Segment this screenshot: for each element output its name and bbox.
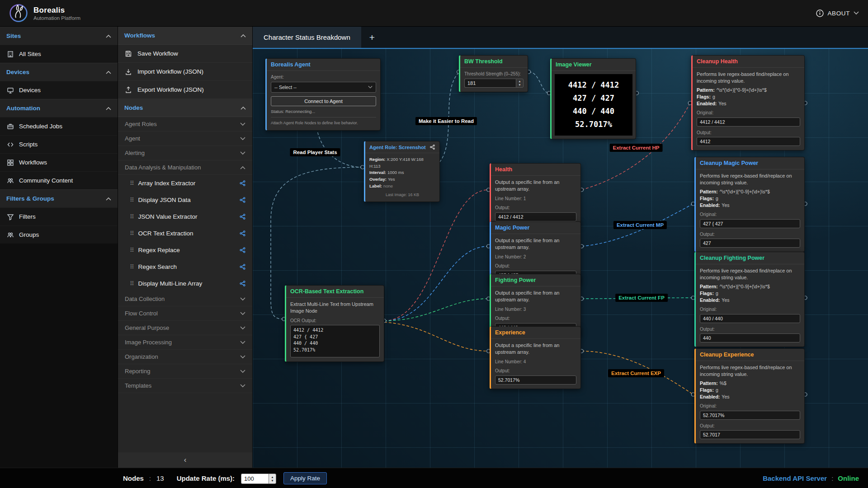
palette-node-regex-search[interactable]: ⠿ Regex Search — [118, 258, 252, 275]
chevron-up-icon — [106, 70, 111, 74]
export-workflow-button[interactable]: Export Workflow (JSON) — [118, 81, 252, 99]
save-workflow-button[interactable]: Save Workflow — [118, 45, 252, 63]
section-label: Sites — [6, 33, 21, 39]
drag-handle-icon[interactable]: ⠿ — [130, 247, 134, 253]
drag-handle-icon[interactable]: ⠿ — [130, 180, 134, 187]
apply-rate-button[interactable]: Apply Rate — [283, 472, 327, 484]
node-graph-icon[interactable] — [239, 213, 246, 220]
collapse-icon: ‹ — [184, 455, 187, 465]
output-input[interactable] — [495, 375, 576, 385]
sidebar-section-automation[interactable]: Automation — [0, 99, 118, 117]
node-experience[interactable]: Experience Output a specific line from a… — [490, 326, 581, 389]
palette-node-label: Regex Search — [138, 263, 177, 270]
sidebar-item-all-sites[interactable]: All Sites — [0, 45, 118, 63]
node-description: Performs live regex-based find/replace o… — [700, 173, 800, 186]
palette-node-array-index-extractor[interactable]: ⠿ Array Index Extractor — [118, 175, 252, 192]
node-bw-threshold[interactable]: BW Threshold Threshold Strength (0–255):… — [459, 55, 528, 92]
original-input[interactable] — [700, 219, 800, 228]
ocr-output-textarea[interactable]: 4412 / 4412 427 { 427 440 / 440 52.7017% — [290, 325, 380, 357]
node-graph-icon[interactable] — [239, 230, 246, 237]
drag-handle-icon[interactable]: ⠿ — [130, 230, 134, 237]
sidebar-item-community-content[interactable]: Community Content — [0, 171, 118, 189]
original-input[interactable] — [700, 314, 800, 323]
node-graph-icon[interactable] — [239, 280, 246, 287]
field-value: g — [716, 196, 718, 201]
output-input[interactable] — [700, 333, 800, 343]
node-cleanup-health[interactable]: Cleanup Health Performs live regex-based… — [691, 55, 805, 150]
output-input[interactable] — [700, 239, 800, 248]
node-graph-icon[interactable] — [239, 180, 246, 187]
action-label: Save Workflow — [137, 50, 178, 57]
spinner-icon[interactable]: ▲▼ — [269, 474, 276, 484]
output-label: Output: — [700, 326, 800, 333]
connect-to-agent-button[interactable]: Connect to Agent — [271, 96, 376, 106]
threshold-input[interactable] — [464, 79, 516, 88]
node-graph-icon[interactable] — [239, 197, 246, 203]
node-agent-role-screenshot[interactable]: Agent Role: Screenshot Region:X:200 Y:41… — [364, 141, 440, 202]
drag-handle-icon[interactable]: ⠿ — [130, 280, 134, 287]
node-graph-icon[interactable] — [239, 247, 246, 253]
output-input[interactable] — [697, 137, 800, 146]
tab-character-status-breakdown[interactable]: Character Status Breakdown — [253, 27, 361, 48]
category-agent[interactable]: Agent — [118, 131, 252, 146]
category-alerting[interactable]: Alerting — [118, 146, 252, 160]
node-health[interactable]: Health Output a specific line from an up… — [490, 163, 581, 226]
category-label: Agent — [125, 135, 140, 142]
sidebar-section-sites[interactable]: Sites — [0, 27, 118, 45]
palette-node-regex-replace[interactable]: ⠿ Regex Replace — [118, 242, 252, 258]
drag-handle-icon[interactable]: ⠿ — [130, 213, 134, 220]
node-graph-icon[interactable] — [239, 263, 246, 270]
sidebar-item-scheduled-jobs[interactable]: Scheduled Jobs — [0, 117, 118, 135]
original-label: Original: — [700, 306, 800, 313]
sidebar-section-filters-groups[interactable]: Filters & Groups — [0, 189, 118, 207]
palette-node-label: JSON Value Extractor — [138, 213, 198, 220]
node-title: Agent Role: Screenshot — [365, 141, 439, 153]
workflows-header[interactable]: Workflows — [118, 27, 252, 45]
sidebar-item-filters[interactable]: Filters — [0, 207, 118, 225]
node-borealis-agent[interactable]: Borealis Agent Agent: -- Select -- Conne… — [265, 58, 381, 131]
category-reporting[interactable]: Reporting — [118, 364, 252, 379]
output-input[interactable] — [700, 430, 800, 439]
sidebar-section-devices[interactable]: Devices — [0, 63, 118, 81]
sidebar-item-workflows[interactable]: Workflows — [0, 153, 118, 171]
node-cleanup-experience[interactable]: Cleanup Experience Performs live regex-b… — [694, 348, 805, 444]
section-label: Filters & Groups — [6, 195, 54, 202]
node-cleanup-magic-power[interactable]: Cleanup Magic Power Performs live regex-… — [694, 157, 805, 252]
category-data-analysis[interactable]: Data Analysis & Manipulation — [118, 160, 252, 175]
drag-handle-icon[interactable]: ⠿ — [130, 197, 134, 203]
node-cleanup-fighting-power[interactable]: Cleanup Fighting Power Performs live reg… — [694, 252, 805, 347]
category-general-purpose[interactable]: General Purpose — [118, 321, 252, 335]
category-flow-control[interactable]: Flow Control — [118, 306, 252, 321]
drag-handle-icon[interactable]: ⠿ — [130, 263, 134, 270]
palette-node-ocr-text-extraction[interactable]: ⠿ OCR Text Extraction — [118, 225, 252, 242]
original-input[interactable] — [697, 117, 800, 127]
sidebar-item-scripts[interactable]: Scripts — [0, 135, 118, 153]
edge-label-extract-current-exp: Extract Current EXP — [608, 369, 664, 377]
update-rate-input[interactable] — [241, 474, 269, 484]
category-organization[interactable]: Organization — [118, 350, 252, 364]
spinner-icon[interactable]: ▲▼ — [516, 79, 524, 88]
workflow-canvas[interactable]: Borealis Agent Agent: -- Select -- Conne… — [253, 49, 868, 468]
palette-node-display-multi-line-array[interactable]: ⠿ Display Multi-Line Array — [118, 275, 252, 292]
collapse-panel-button[interactable]: ‹ — [118, 452, 252, 468]
category-templates[interactable]: Templates — [118, 379, 252, 393]
new-tab-button[interactable]: + — [361, 27, 383, 48]
import-workflow-button[interactable]: Import Workflow (JSON) — [118, 63, 252, 81]
category-image-processing[interactable]: Image Processing — [118, 335, 252, 350]
node-ocr-text-extraction[interactable]: OCR-Based Text Extraction Extract Multi-… — [285, 285, 384, 362]
agent-select[interactable]: -- Select -- — [271, 82, 376, 93]
sidebar-item-devices[interactable]: Devices — [0, 81, 118, 99]
node-image-viewer[interactable]: Image Viewer 4412 / 4412 427 / 427 440 /… — [550, 58, 636, 139]
sidebar-item-groups[interactable]: Groups — [0, 225, 118, 244]
palette-node-display-json-data[interactable]: ⠿ Display JSON Data — [118, 192, 252, 208]
nodes-header[interactable]: Nodes — [118, 99, 252, 117]
original-input[interactable] — [700, 411, 800, 420]
nodes-count-value: 13 — [156, 474, 164, 482]
output-input[interactable] — [495, 212, 576, 221]
category-agent-roles[interactable]: Agent Roles — [118, 117, 252, 131]
palette-node-json-value-extractor[interactable]: ⠿ JSON Value Extractor — [118, 208, 252, 225]
share-icon[interactable] — [429, 144, 435, 150]
about-menu[interactable]: ABOUT — [816, 9, 859, 17]
plus-icon: + — [369, 32, 375, 43]
category-data-collection[interactable]: Data Collection — [118, 292, 252, 306]
